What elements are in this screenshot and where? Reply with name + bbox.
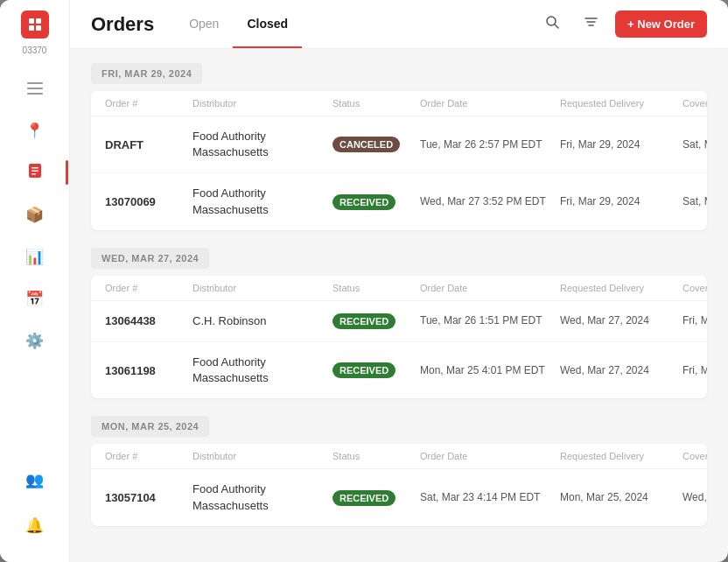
svg-rect-5 [32, 167, 38, 169]
date-group-0: FRI, MAR 29, 2024Order #DistributorStatu… [91, 63, 707, 230]
order-date: Sat, Mar 23 4:14 PM EDT [420, 490, 560, 505]
orders-table: Order #DistributorStatusOrder DateReques… [91, 444, 707, 525]
table-row[interactable]: 13061198Food Authority MassachusettsRECE… [91, 342, 707, 398]
status-cell: RECEIVED [332, 362, 420, 378]
distributor-name: Food Authority Massachusetts [192, 129, 332, 160]
header-actions: + New Order [538, 11, 707, 39]
tabs: Open Closed [175, 0, 302, 48]
requested-delivery: Fri, Mar 29, 2024 [560, 194, 682, 209]
col-header-3: Order Date [420, 283, 560, 293]
sidebar-item-notifications[interactable]: 🔔 [16, 506, 54, 544]
sidebar-bottom: 👥 🔔 [16, 460, 54, 551]
order-date: Mon, Mar 25 4:01 PM EDT [420, 363, 560, 378]
sidebar: 03370 📍 [0, 0, 70, 562]
col-header-4: Requested Delivery [560, 98, 682, 109]
table-row[interactable]: 13064438C.H. RobinsonRECEIVEDTue, Mar 26… [91, 301, 707, 342]
col-header-1: Distributor [192, 451, 332, 461]
team-icon: 👥 [25, 471, 44, 489]
status-badge: CANCELED [332, 137, 400, 152]
col-header-2: Status [332, 98, 420, 109]
page-title: Orders [91, 13, 154, 36]
col-header-0: Order # [105, 283, 192, 293]
status-cell: CANCELED [332, 137, 420, 152]
requested-delivery: Wed, Mar 27, 2024 [560, 363, 682, 378]
filter-button[interactable] [577, 11, 605, 39]
status-cell: RECEIVED [332, 490, 420, 506]
orders-icon [26, 162, 44, 183]
table-row[interactable]: DRAFTFood Authority MassachusettsCANCELE… [91, 116, 707, 173]
sidebar-item-settings[interactable]: ⚙️ [16, 321, 54, 360]
status-badge: RECEIVED [332, 194, 396, 210]
col-header-0: Order # [105, 98, 192, 109]
distributor-name: Food Authority Massachusetts [192, 481, 332, 513]
col-header-1: Distributor [192, 98, 332, 109]
table-row[interactable]: 13070069Food Authority MassachusettsRECE… [91, 173, 707, 229]
svg-rect-3 [36, 25, 41, 31]
store-id: 03370 [23, 46, 47, 55]
cover-until: Fri, Mar 29, 2024 [682, 363, 707, 378]
calendar-icon: 📅 [25, 290, 44, 308]
order-number: 13061198 [105, 364, 192, 377]
requested-delivery: Mon, Mar 25, 2024 [560, 490, 682, 505]
sidebar-item-location[interactable]: 📍 [16, 111, 54, 150]
col-header-5: Cover Until [682, 451, 707, 461]
cover-until: Sat, Mar 30, 2024 [682, 194, 707, 209]
tab-open[interactable]: Open [175, 0, 233, 48]
search-button[interactable] [538, 11, 566, 39]
chart-icon: 📊 [25, 248, 44, 266]
distributor-name: C.H. Robinson [192, 313, 332, 329]
orders-table: Order #DistributorStatusOrder DateReques… [91, 91, 707, 230]
app-logo [21, 11, 49, 39]
orders-table: Order #DistributorStatusOrder DateReques… [91, 276, 707, 399]
status-badge: RECEIVED [332, 313, 396, 329]
table-header: Order #DistributorStatusOrder DateReques… [91, 276, 707, 301]
distributor-name: Food Authority Massachusetts [192, 355, 332, 386]
table-header: Order #DistributorStatusOrder DateReques… [91, 444, 707, 469]
date-group-1: WED, MAR 27, 2024Order #DistributorStatu… [91, 248, 707, 399]
requested-delivery: Wed, Mar 27, 2024 [560, 313, 682, 328]
header: Orders Open Closed [70, 0, 728, 49]
col-header-0: Order # [105, 451, 192, 461]
location-icon: 📍 [25, 122, 44, 140]
orders-content: FRI, MAR 29, 2024Order #DistributorStatu… [70, 49, 728, 562]
sidebar-item-products[interactable]: 📦 [16, 195, 54, 234]
order-number: 13070069 [105, 195, 192, 208]
order-number: DRAFT [105, 138, 192, 151]
col-header-4: Requested Delivery [560, 451, 682, 461]
box-icon: 📦 [25, 206, 44, 224]
date-header: MON, MAR 25, 2024 [91, 416, 209, 437]
requested-delivery: Fri, Mar 29, 2024 [560, 137, 682, 152]
order-number: 13064438 [105, 314, 192, 327]
svg-rect-6 [32, 171, 38, 172]
col-header-5: Cover Until [682, 283, 707, 293]
svg-line-9 [555, 25, 558, 28]
settings-icon: ⚙️ [25, 332, 44, 350]
cover-until: Fri, Mar 29, 2024 [682, 313, 707, 328]
sidebar-item-reports[interactable]: 📊 [16, 237, 54, 276]
svg-rect-7 [32, 173, 36, 175]
order-date: Tue, Mar 26 1:51 PM EDT [420, 313, 560, 328]
date-group-2: MON, MAR 25, 2024Order #DistributorStatu… [91, 416, 707, 525]
col-header-4: Requested Delivery [560, 283, 682, 293]
status-cell: RECEIVED [332, 194, 420, 210]
svg-rect-1 [36, 18, 41, 24]
order-date: Tue, Mar 26 2:57 PM EDT [420, 137, 560, 152]
table-row[interactable]: 13057104Food Authority MassachusettsRECE… [91, 469, 707, 525]
sidebar-nav: 📍 📦 📊 📅 [16, 69, 54, 460]
main-content: Orders Open Closed [70, 0, 728, 562]
sidebar-item-orders[interactable] [16, 153, 54, 192]
status-badge: RECEIVED [332, 362, 396, 378]
sidebar-item-menu[interactable] [16, 69, 54, 108]
cover-until: Sat, Mar 30, 2024 [682, 137, 707, 152]
tab-closed[interactable]: Closed [233, 0, 302, 48]
order-date: Wed, Mar 27 3:52 PM EDT [420, 194, 560, 209]
col-header-3: Order Date [420, 451, 560, 461]
svg-rect-2 [29, 25, 34, 31]
status-cell: RECEIVED [332, 313, 420, 329]
search-icon [545, 15, 560, 33]
sidebar-item-team[interactable]: 👥 [16, 460, 54, 499]
new-order-button[interactable]: + New Order [615, 11, 707, 38]
table-header: Order #DistributorStatusOrder DateReques… [91, 91, 707, 116]
menu-icon [27, 82, 43, 95]
sidebar-item-calendar[interactable]: 📅 [16, 279, 54, 318]
